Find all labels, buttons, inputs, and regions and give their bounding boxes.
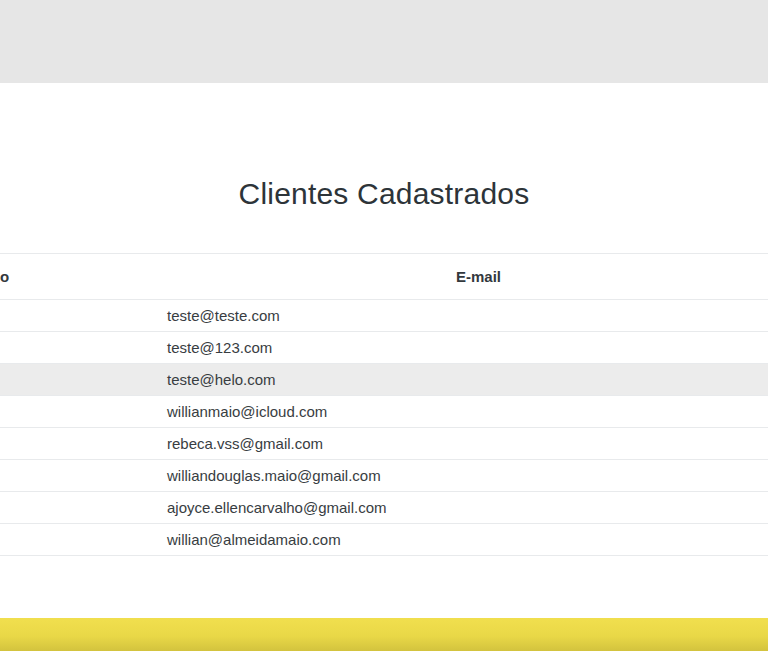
name-cell — [0, 300, 155, 332]
name-cell — [0, 460, 155, 492]
table-row[interactable]: willianmaio@icloud.com — [0, 396, 768, 428]
email-cell: teste@teste.com — [155, 300, 768, 332]
page-title: Clientes Cadastrados — [0, 177, 768, 211]
column-header-name-partial: o — [0, 254, 155, 300]
table-row[interactable]: rebeca.vss@gmail.com — [0, 428, 768, 460]
name-cell — [0, 364, 155, 396]
name-cell — [0, 492, 155, 524]
email-cell: williandouglas.maio@gmail.com — [155, 460, 768, 492]
table-head: o E-mail — [0, 254, 768, 300]
table-row[interactable]: teste@123.com — [0, 332, 768, 364]
clients-table: o E-mail teste@teste.com teste@123.com t… — [0, 253, 768, 556]
email-cell: teste@123.com — [155, 332, 768, 364]
table-row[interactable]: teste@teste.com — [0, 300, 768, 332]
bottom-yellow-bar — [0, 618, 768, 651]
table-row[interactable]: williandouglas.maio@gmail.com — [0, 460, 768, 492]
table-row[interactable]: teste@helo.com — [0, 364, 768, 396]
email-cell: willian@almeidamaio.com — [155, 524, 768, 556]
table-header-row: o E-mail — [0, 254, 768, 300]
email-cell: ajoyce.ellencarvalho@gmail.com — [155, 492, 768, 524]
column-header-email: E-mail — [155, 254, 768, 300]
table-row[interactable]: ajoyce.ellencarvalho@gmail.com — [0, 492, 768, 524]
email-cell: willianmaio@icloud.com — [155, 396, 768, 428]
name-cell — [0, 428, 155, 460]
email-cell: teste@helo.com — [155, 364, 768, 396]
name-cell — [0, 396, 155, 428]
table-body: teste@teste.com teste@123.com teste@helo… — [0, 300, 768, 556]
top-navbar-band — [0, 0, 768, 83]
name-cell — [0, 332, 155, 364]
table-viewport[interactable]: o E-mail teste@teste.com teste@123.com t… — [0, 253, 768, 556]
table-row[interactable]: willian@almeidamaio.com — [0, 524, 768, 556]
name-cell — [0, 524, 155, 556]
email-cell: rebeca.vss@gmail.com — [155, 428, 768, 460]
